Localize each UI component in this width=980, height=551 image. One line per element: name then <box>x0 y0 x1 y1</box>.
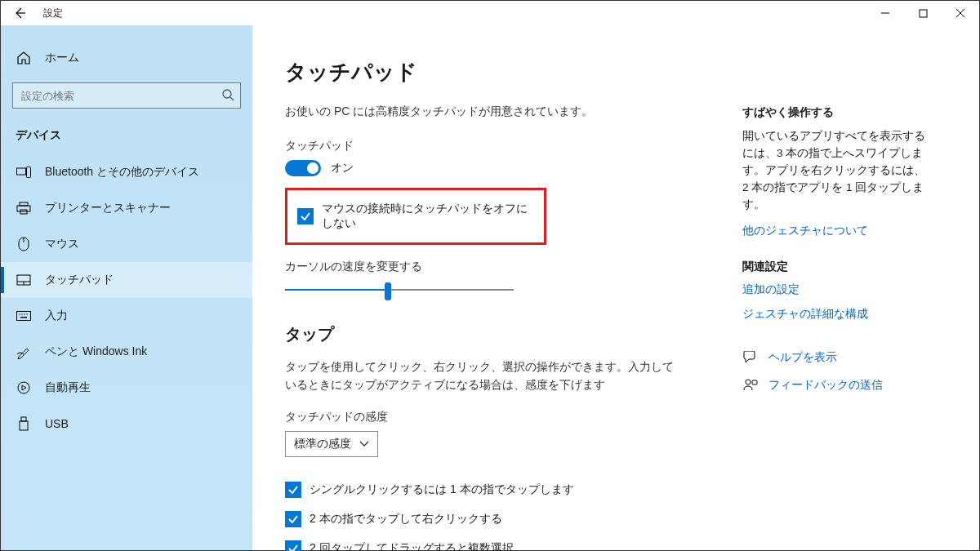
sensitivity-select[interactable]: 標準の感度 <box>285 431 378 457</box>
page-description: お使いの PC には高精度タッチパッドが用意されています。 <box>285 104 742 119</box>
highlighted-option: マウスの接続時にタッチパッドをオフにしない <box>285 188 546 245</box>
sidebar-item-printers[interactable]: プリンターとスキャナー <box>1 190 252 226</box>
checkbox-label: シングルクリックするには 1 本の指でタップします <box>310 482 574 497</box>
checkbox-icon <box>285 482 301 498</box>
back-button[interactable] <box>1 1 38 25</box>
sidebar-item-label: マウス <box>45 237 79 251</box>
quick-actions-text: 開いているアプリすべてを表示するには、3 本の指で上へスワイプします。アプリを右… <box>742 128 930 214</box>
cursor-speed-slider[interactable] <box>285 281 514 300</box>
keyboard-icon <box>16 308 32 324</box>
close-icon <box>956 8 965 18</box>
checkbox-label: マウスの接続時にタッチパッドをオフにしない <box>322 202 534 231</box>
svg-rect-0 <box>920 10 927 17</box>
sidebar-item-bluetooth[interactable]: Bluetooth とその他のデバイス <box>1 154 252 190</box>
sidebar-home-label: ホーム <box>45 51 79 65</box>
svg-point-18 <box>18 382 29 393</box>
sidebar-item-label: 入力 <box>45 309 68 323</box>
usb-icon <box>16 415 32 432</box>
main-content: タッチパッド お使いの PC には高精度タッチパッドが用意されています。 タッチ… <box>285 58 742 550</box>
search-input[interactable] <box>12 82 241 109</box>
svg-point-13 <box>19 313 20 314</box>
mouse-icon <box>16 236 32 252</box>
sidebar-item-autoplay[interactable]: 自動再生 <box>1 370 252 406</box>
slider-label: カーソルの速度を変更する <box>285 260 742 274</box>
minimize-icon <box>880 8 890 18</box>
sidebar: ホーム デバイス Bluetooth とその他のデバイス プリンターとスキャナー… <box>1 25 252 550</box>
sensitivity-label: タッチパッドの感度 <box>285 410 742 424</box>
checkbox-icon <box>297 208 314 224</box>
checkbox-label: 2 回タップしてドラッグすると複数選択 <box>310 541 514 551</box>
sidebar-item-usb[interactable]: USB <box>1 406 252 442</box>
toggle-knob <box>307 162 318 174</box>
window-title: 設定 <box>43 7 63 20</box>
get-help-link[interactable]: ヘルプを表示 <box>742 349 930 366</box>
select-value: 標準の感度 <box>294 437 351 451</box>
tap-description: タップを使用してクリック、右クリック、選択の操作ができます。入力しているときにタ… <box>285 358 677 393</box>
svg-rect-17 <box>20 317 27 318</box>
sidebar-item-touchpad[interactable]: タッチパッド <box>1 262 252 298</box>
sidebar-item-mouse[interactable]: マウス <box>1 226 252 262</box>
sidebar-item-label: タッチパッド <box>45 273 114 287</box>
quick-actions-heading: すばやく操作する <box>742 105 930 120</box>
printer-icon <box>16 200 32 216</box>
svg-rect-4 <box>20 202 28 206</box>
checkbox-mouse-connected[interactable]: マウスの接続時にタッチパッドをオフにしない <box>297 202 534 231</box>
home-icon <box>16 50 32 66</box>
devices-icon <box>16 164 32 180</box>
touchpad-icon <box>16 272 32 288</box>
additional-settings-link[interactable]: 追加の設定 <box>742 282 930 297</box>
close-button[interactable] <box>942 1 979 25</box>
svg-point-16 <box>26 313 27 314</box>
touchpad-toggle[interactable] <box>285 160 321 176</box>
chevron-down-icon <box>359 441 369 447</box>
svg-rect-5 <box>17 206 30 211</box>
help-icon <box>742 349 759 366</box>
checkbox-single-tap[interactable]: シングルクリックするには 1 本の指でタップします <box>285 482 742 498</box>
feedback-label: フィードバックの送信 <box>768 378 883 393</box>
minimize-button[interactable] <box>866 1 904 25</box>
sidebar-item-label: ペンと Windows Ink <box>45 344 147 359</box>
send-feedback-link[interactable]: フィードバックの送信 <box>742 377 930 393</box>
sidebar-home[interactable]: ホーム <box>1 43 252 73</box>
tap-heading: タップ <box>285 323 742 345</box>
right-pane: すばやく操作する 開いているアプリすべてを表示するには、3 本の指で上へスワイプ… <box>742 58 947 550</box>
svg-point-15 <box>24 313 24 314</box>
feedback-icon <box>742 377 759 393</box>
sidebar-item-label: 自動再生 <box>45 380 91 395</box>
checkbox-two-finger-tap[interactable]: 2 本の指でタップして右クリックする <box>285 511 742 527</box>
gesture-config-link[interactable]: ジェスチャの詳細な構成 <box>742 307 930 322</box>
sidebar-item-label: プリンターとスキャナー <box>45 201 171 216</box>
page-title: タッチパッド <box>285 58 742 87</box>
svg-point-1 <box>223 90 231 98</box>
slider-thumb <box>385 282 391 300</box>
autoplay-icon <box>16 380 32 396</box>
checkbox-icon <box>285 540 301 551</box>
sidebar-item-label: Bluetooth とその他のデバイス <box>45 165 199 180</box>
svg-point-21 <box>746 380 751 384</box>
svg-rect-2 <box>17 168 26 175</box>
touchpad-toggle-label: タッチパッド <box>285 139 742 153</box>
svg-rect-12 <box>17 312 31 321</box>
maximize-button[interactable] <box>904 1 942 25</box>
checkbox-icon <box>285 511 301 527</box>
svg-rect-20 <box>20 421 28 430</box>
sidebar-section-label: デバイス <box>1 123 252 154</box>
titlebar: 設定 <box>1 1 979 25</box>
arrow-left-icon <box>13 7 26 20</box>
sidebar-item-pen[interactable]: ペンと Windows Ink <box>1 334 252 370</box>
search-icon <box>221 88 234 104</box>
pen-icon <box>16 344 32 360</box>
checkbox-label: 2 本の指でタップして右クリックする <box>310 512 502 527</box>
help-label: ヘルプを表示 <box>768 350 837 365</box>
checkbox-double-tap-drag[interactable]: 2 回タップしてドラッグすると複数選択 <box>285 540 742 551</box>
maximize-icon <box>919 9 928 18</box>
svg-point-14 <box>21 313 22 314</box>
related-settings-heading: 関連設定 <box>742 260 930 274</box>
svg-rect-3 <box>27 167 31 178</box>
svg-rect-19 <box>21 417 26 421</box>
toggle-state-label: オン <box>331 161 354 176</box>
other-gestures-link[interactable]: 他のジェスチャについて <box>742 224 930 238</box>
sidebar-item-label: USB <box>45 417 69 430</box>
sidebar-item-typing[interactable]: 入力 <box>1 298 252 334</box>
svg-rect-22 <box>752 380 757 384</box>
